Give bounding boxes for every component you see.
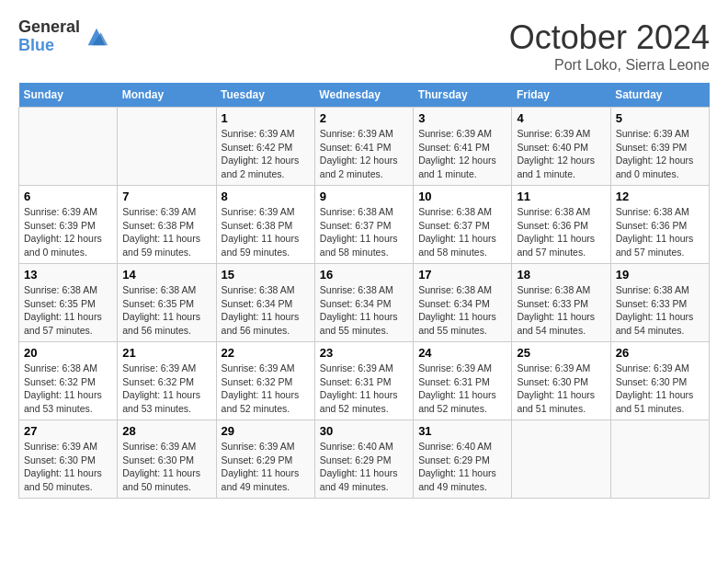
calendar-cell: 7Sunrise: 6:39 AMSunset: 6:38 PMDaylight… — [118, 186, 216, 264]
day-number: 17 — [418, 268, 506, 282]
calendar-table: SundayMondayTuesdayWednesdayThursdayFrid… — [18, 83, 710, 499]
day-number: 21 — [122, 346, 210, 360]
day-info: Sunrise: 6:39 AMSunset: 6:41 PMDaylight:… — [418, 127, 506, 181]
day-info: Sunrise: 6:39 AMSunset: 6:32 PMDaylight:… — [122, 362, 210, 416]
day-info: Sunrise: 6:40 AMSunset: 6:29 PMDaylight:… — [320, 440, 408, 494]
day-number: 19 — [616, 268, 704, 282]
day-number: 11 — [517, 190, 605, 203]
calendar-cell: 8Sunrise: 6:39 AMSunset: 6:38 PMDaylight… — [216, 186, 314, 264]
calendar-cell: 20Sunrise: 6:38 AMSunset: 6:32 PMDayligh… — [19, 342, 118, 420]
day-info: Sunrise: 6:39 AMSunset: 6:32 PMDaylight:… — [222, 362, 310, 416]
logo-text: General Blue — [18, 18, 80, 55]
calendar-cell: 27Sunrise: 6:39 AMSunset: 6:30 PMDayligh… — [19, 420, 118, 499]
day-info: Sunrise: 6:38 AMSunset: 6:33 PMDaylight:… — [616, 283, 704, 338]
day-info: Sunrise: 6:39 AMSunset: 6:38 PMDaylight:… — [122, 205, 210, 259]
calendar-cell: 4Sunrise: 6:39 AMSunset: 6:40 PMDaylight… — [512, 108, 610, 186]
day-number: 16 — [320, 268, 408, 282]
day-number: 14 — [122, 268, 210, 282]
day-number: 26 — [616, 346, 704, 360]
day-number: 5 — [616, 111, 704, 125]
day-number: 15 — [222, 268, 310, 282]
calendar-body: 1Sunrise: 6:39 AMSunset: 6:42 PMDaylight… — [19, 108, 710, 499]
calendar-cell: 16Sunrise: 6:38 AMSunset: 6:34 PMDayligh… — [314, 264, 413, 342]
calendar-week-5: 27Sunrise: 6:39 AMSunset: 6:30 PMDayligh… — [19, 420, 710, 499]
day-info: Sunrise: 6:39 AMSunset: 6:31 PMDaylight:… — [320, 362, 408, 416]
calendar-cell: 10Sunrise: 6:38 AMSunset: 6:37 PMDayligh… — [414, 186, 512, 264]
day-info: Sunrise: 6:38 AMSunset: 6:34 PMDaylight:… — [320, 283, 408, 338]
calendar-cell: 6Sunrise: 6:39 AMSunset: 6:39 PMDaylight… — [19, 186, 118, 264]
calendar-cell: 17Sunrise: 6:38 AMSunset: 6:34 PMDayligh… — [414, 264, 512, 342]
calendar-cell: 21Sunrise: 6:39 AMSunset: 6:32 PMDayligh… — [118, 342, 216, 420]
calendar-week-2: 6Sunrise: 6:39 AMSunset: 6:39 PMDaylight… — [19, 186, 710, 264]
calendar-cell: 31Sunrise: 6:40 AMSunset: 6:29 PMDayligh… — [414, 420, 512, 499]
day-number: 23 — [320, 346, 408, 360]
day-header-thursday: Thursday — [414, 83, 512, 108]
day-number: 22 — [222, 346, 310, 360]
location-title: Port Loko, Sierra Leone — [509, 57, 710, 74]
day-info: Sunrise: 6:39 AMSunset: 6:31 PMDaylight:… — [418, 362, 506, 416]
calendar-cell: 29Sunrise: 6:39 AMSunset: 6:29 PMDayligh… — [216, 420, 314, 499]
day-number: 27 — [24, 424, 112, 438]
calendar-cell: 3Sunrise: 6:39 AMSunset: 6:41 PMDaylight… — [414, 108, 512, 186]
day-info: Sunrise: 6:38 AMSunset: 6:37 PMDaylight:… — [418, 205, 506, 259]
day-info: Sunrise: 6:38 AMSunset: 6:33 PMDaylight:… — [517, 283, 605, 338]
calendar-cell: 5Sunrise: 6:39 AMSunset: 6:39 PMDaylight… — [610, 108, 709, 186]
logo: General Blue — [18, 18, 109, 55]
day-number: 4 — [517, 111, 605, 125]
day-number: 25 — [517, 346, 605, 360]
day-info: Sunrise: 6:39 AMSunset: 6:29 PMDaylight:… — [222, 440, 310, 494]
calendar-cell — [118, 108, 216, 186]
day-number: 28 — [122, 424, 210, 438]
month-title: October 2024 — [509, 18, 710, 57]
logo-blue: Blue — [18, 37, 80, 55]
day-header-monday: Monday — [118, 83, 216, 108]
day-number: 29 — [222, 424, 310, 438]
calendar-cell: 22Sunrise: 6:39 AMSunset: 6:32 PMDayligh… — [216, 342, 314, 420]
title-block: October 2024 Port Loko, Sierra Leone — [509, 18, 710, 74]
day-info: Sunrise: 6:39 AMSunset: 6:39 PMDaylight:… — [616, 127, 704, 181]
calendar-cell: 13Sunrise: 6:38 AMSunset: 6:35 PMDayligh… — [19, 264, 118, 342]
day-info: Sunrise: 6:39 AMSunset: 6:38 PMDaylight:… — [222, 205, 310, 259]
day-info: Sunrise: 6:39 AMSunset: 6:40 PMDaylight:… — [517, 127, 605, 181]
calendar-cell — [512, 420, 610, 499]
day-number: 1 — [222, 111, 310, 125]
day-number: 13 — [24, 268, 112, 282]
calendar-cell: 15Sunrise: 6:38 AMSunset: 6:34 PMDayligh… — [216, 264, 314, 342]
day-info: Sunrise: 6:39 AMSunset: 6:42 PMDaylight:… — [222, 127, 310, 181]
day-info: Sunrise: 6:38 AMSunset: 6:34 PMDaylight:… — [418, 283, 506, 338]
day-info: Sunrise: 6:39 AMSunset: 6:30 PMDaylight:… — [24, 440, 112, 494]
day-number: 6 — [24, 190, 112, 203]
day-info: Sunrise: 6:39 AMSunset: 6:30 PMDaylight:… — [616, 362, 704, 416]
day-info: Sunrise: 6:39 AMSunset: 6:30 PMDaylight:… — [122, 440, 210, 494]
day-header-tuesday: Tuesday — [216, 83, 314, 108]
calendar-cell: 28Sunrise: 6:39 AMSunset: 6:30 PMDayligh… — [118, 420, 216, 499]
day-info: Sunrise: 6:38 AMSunset: 6:35 PMDaylight:… — [24, 283, 112, 338]
calendar-week-3: 13Sunrise: 6:38 AMSunset: 6:35 PMDayligh… — [19, 264, 710, 342]
day-info: Sunrise: 6:39 AMSunset: 6:39 PMDaylight:… — [24, 205, 112, 259]
logo-general: General — [18, 18, 80, 37]
day-header-friday: Friday — [512, 83, 610, 108]
day-number: 3 — [418, 111, 506, 125]
calendar-cell: 23Sunrise: 6:39 AMSunset: 6:31 PMDayligh… — [314, 342, 413, 420]
day-number: 24 — [418, 346, 506, 360]
day-info: Sunrise: 6:38 AMSunset: 6:36 PMDaylight:… — [517, 205, 605, 259]
day-number: 20 — [24, 346, 112, 360]
day-info: Sunrise: 6:38 AMSunset: 6:37 PMDaylight:… — [320, 205, 408, 259]
calendar-cell: 12Sunrise: 6:38 AMSunset: 6:36 PMDayligh… — [610, 186, 709, 264]
calendar-cell: 24Sunrise: 6:39 AMSunset: 6:31 PMDayligh… — [414, 342, 512, 420]
day-info: Sunrise: 6:40 AMSunset: 6:29 PMDaylight:… — [418, 440, 506, 494]
calendar-cell: 14Sunrise: 6:38 AMSunset: 6:35 PMDayligh… — [118, 264, 216, 342]
day-info: Sunrise: 6:39 AMSunset: 6:30 PMDaylight:… — [517, 362, 605, 416]
day-number: 31 — [418, 424, 506, 438]
calendar-cell: 25Sunrise: 6:39 AMSunset: 6:30 PMDayligh… — [512, 342, 610, 420]
calendar-week-1: 1Sunrise: 6:39 AMSunset: 6:42 PMDaylight… — [19, 108, 710, 186]
day-number: 2 — [320, 111, 408, 125]
day-number: 18 — [517, 268, 605, 282]
calendar-cell: 26Sunrise: 6:39 AMSunset: 6:30 PMDayligh… — [610, 342, 709, 420]
day-info: Sunrise: 6:39 AMSunset: 6:41 PMDaylight:… — [320, 127, 408, 181]
calendar-cell: 11Sunrise: 6:38 AMSunset: 6:36 PMDayligh… — [512, 186, 610, 264]
day-info: Sunrise: 6:38 AMSunset: 6:36 PMDaylight:… — [616, 205, 704, 259]
day-header-sunday: Sunday — [19, 83, 118, 108]
day-number: 9 — [320, 190, 408, 203]
day-number: 7 — [122, 190, 210, 203]
